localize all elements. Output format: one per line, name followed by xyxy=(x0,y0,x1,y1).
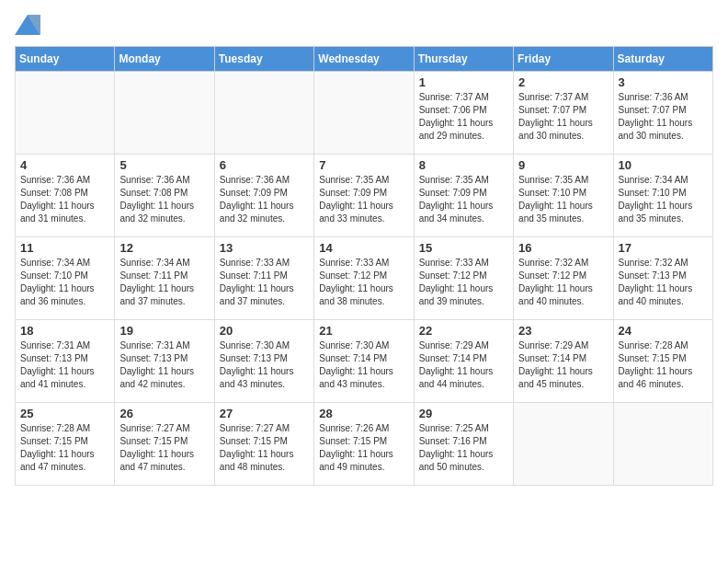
day-number: 28 xyxy=(319,407,408,420)
day-number: 7 xyxy=(319,158,408,172)
calendar-cell: 3Sunrise: 7:36 AM Sunset: 7:07 PM Daylig… xyxy=(613,72,712,155)
calendar-cell: 21Sunrise: 7:30 AM Sunset: 7:14 PM Dayli… xyxy=(314,320,414,403)
calendar-cell: 12Sunrise: 7:34 AM Sunset: 7:11 PM Dayli… xyxy=(115,237,214,320)
day-info: Sunrise: 7:29 AM Sunset: 7:14 PM Dayligh… xyxy=(518,339,608,391)
day-info: Sunrise: 7:34 AM Sunset: 7:10 PM Dayligh… xyxy=(619,174,708,225)
day-number: 24 xyxy=(619,324,708,338)
day-info: Sunrise: 7:36 AM Sunset: 7:09 PM Dayligh… xyxy=(220,174,309,225)
day-info: Sunrise: 7:33 AM Sunset: 7:12 PM Dayligh… xyxy=(319,257,408,308)
day-number: 4 xyxy=(20,158,109,172)
day-number: 29 xyxy=(419,407,508,420)
day-number: 2 xyxy=(518,75,608,89)
day-number: 20 xyxy=(220,324,309,338)
day-info: Sunrise: 7:35 AM Sunset: 7:10 PM Dayligh… xyxy=(518,174,608,225)
calendar-cell: 20Sunrise: 7:30 AM Sunset: 7:13 PM Dayli… xyxy=(214,320,313,403)
weekday-header: Saturday xyxy=(613,47,712,72)
calendar-cell: 8Sunrise: 7:35 AM Sunset: 7:09 PM Daylig… xyxy=(414,155,513,237)
day-number: 17 xyxy=(619,241,708,255)
day-info: Sunrise: 7:29 AM Sunset: 7:14 PM Dayligh… xyxy=(419,339,508,391)
day-number: 26 xyxy=(119,407,209,420)
day-info: Sunrise: 7:34 AM Sunset: 7:11 PM Dayligh… xyxy=(119,257,209,308)
calendar-cell xyxy=(115,72,214,155)
day-info: Sunrise: 7:37 AM Sunset: 7:06 PM Dayligh… xyxy=(419,91,508,143)
calendar-cell: 16Sunrise: 7:32 AM Sunset: 7:12 PM Dayli… xyxy=(514,237,613,320)
day-info: Sunrise: 7:27 AM Sunset: 7:15 PM Dayligh… xyxy=(119,422,209,474)
day-info: Sunrise: 7:25 AM Sunset: 7:16 PM Dayligh… xyxy=(419,422,508,474)
day-number: 14 xyxy=(319,241,408,255)
calendar-cell: 27Sunrise: 7:27 AM Sunset: 7:15 PM Dayli… xyxy=(214,403,313,486)
day-number: 19 xyxy=(119,324,209,338)
calendar-cell: 22Sunrise: 7:29 AM Sunset: 7:14 PM Dayli… xyxy=(414,320,513,403)
calendar-cell: 25Sunrise: 7:28 AM Sunset: 7:15 PM Dayli… xyxy=(16,403,115,486)
calendar-cell: 7Sunrise: 7:35 AM Sunset: 7:09 PM Daylig… xyxy=(314,155,414,237)
weekday-header: Sunday xyxy=(16,47,115,72)
day-info: Sunrise: 7:30 AM Sunset: 7:13 PM Dayligh… xyxy=(220,339,309,391)
calendar-cell: 6Sunrise: 7:36 AM Sunset: 7:09 PM Daylig… xyxy=(214,155,313,237)
day-info: Sunrise: 7:26 AM Sunset: 7:15 PM Dayligh… xyxy=(319,422,408,474)
day-number: 21 xyxy=(319,324,408,338)
calendar-table: SundayMondayTuesdayWednesdayThursdayFrid… xyxy=(15,46,713,486)
day-info: Sunrise: 7:31 AM Sunset: 7:13 PM Dayligh… xyxy=(119,339,209,391)
weekday-header: Thursday xyxy=(414,47,513,72)
day-number: 27 xyxy=(220,407,309,420)
calendar-cell: 13Sunrise: 7:33 AM Sunset: 7:11 PM Dayli… xyxy=(214,237,313,320)
calendar-cell: 18Sunrise: 7:31 AM Sunset: 7:13 PM Dayli… xyxy=(16,320,115,403)
day-number: 22 xyxy=(419,324,508,338)
calendar-cell: 14Sunrise: 7:33 AM Sunset: 7:12 PM Dayli… xyxy=(314,237,414,320)
calendar-cell: 9Sunrise: 7:35 AM Sunset: 7:10 PM Daylig… xyxy=(514,155,613,237)
day-info: Sunrise: 7:28 AM Sunset: 7:15 PM Dayligh… xyxy=(619,339,708,391)
weekday-header: Monday xyxy=(115,47,214,72)
day-info: Sunrise: 7:32 AM Sunset: 7:13 PM Dayligh… xyxy=(619,257,708,308)
day-info: Sunrise: 7:37 AM Sunset: 7:07 PM Dayligh… xyxy=(518,91,608,143)
day-number: 8 xyxy=(419,158,508,172)
day-number: 25 xyxy=(20,407,109,420)
day-number: 18 xyxy=(20,324,109,338)
day-number: 23 xyxy=(518,324,608,338)
calendar-cell: 2Sunrise: 7:37 AM Sunset: 7:07 PM Daylig… xyxy=(514,72,613,155)
logo xyxy=(15,15,44,35)
calendar-cell: 17Sunrise: 7:32 AM Sunset: 7:13 PM Dayli… xyxy=(613,237,712,320)
day-info: Sunrise: 7:35 AM Sunset: 7:09 PM Dayligh… xyxy=(419,174,508,225)
day-number: 1 xyxy=(419,75,508,89)
day-info: Sunrise: 7:33 AM Sunset: 7:12 PM Dayligh… xyxy=(419,257,508,308)
day-number: 13 xyxy=(220,241,309,255)
day-info: Sunrise: 7:36 AM Sunset: 7:08 PM Dayligh… xyxy=(119,174,209,225)
calendar-cell: 4Sunrise: 7:36 AM Sunset: 7:08 PM Daylig… xyxy=(16,155,115,237)
calendar-cell: 11Sunrise: 7:34 AM Sunset: 7:10 PM Dayli… xyxy=(16,237,115,320)
day-number: 5 xyxy=(119,158,209,172)
day-number: 10 xyxy=(619,158,708,172)
calendar-cell xyxy=(613,403,712,486)
day-number: 16 xyxy=(518,241,608,255)
calendar-cell xyxy=(214,72,313,155)
calendar-cell: 1Sunrise: 7:37 AM Sunset: 7:06 PM Daylig… xyxy=(414,72,513,155)
day-number: 6 xyxy=(220,158,309,172)
logo-icon xyxy=(15,15,40,35)
calendar-cell xyxy=(314,72,414,155)
day-info: Sunrise: 7:32 AM Sunset: 7:12 PM Dayligh… xyxy=(518,257,608,308)
calendar-cell: 5Sunrise: 7:36 AM Sunset: 7:08 PM Daylig… xyxy=(115,155,214,237)
day-info: Sunrise: 7:35 AM Sunset: 7:09 PM Dayligh… xyxy=(319,174,408,225)
calendar-cell: 24Sunrise: 7:28 AM Sunset: 7:15 PM Dayli… xyxy=(613,320,712,403)
day-info: Sunrise: 7:36 AM Sunset: 7:08 PM Dayligh… xyxy=(20,174,109,225)
day-info: Sunrise: 7:33 AM Sunset: 7:11 PM Dayligh… xyxy=(220,257,309,308)
day-info: Sunrise: 7:27 AM Sunset: 7:15 PM Dayligh… xyxy=(220,422,309,474)
calendar-cell: 23Sunrise: 7:29 AM Sunset: 7:14 PM Dayli… xyxy=(514,320,613,403)
calendar-cell: 15Sunrise: 7:33 AM Sunset: 7:12 PM Dayli… xyxy=(414,237,513,320)
day-info: Sunrise: 7:31 AM Sunset: 7:13 PM Dayligh… xyxy=(20,339,109,391)
weekday-header: Tuesday xyxy=(214,47,313,72)
day-info: Sunrise: 7:30 AM Sunset: 7:14 PM Dayligh… xyxy=(319,339,408,391)
day-number: 15 xyxy=(419,241,508,255)
calendar-cell xyxy=(16,72,115,155)
calendar-cell: 29Sunrise: 7:25 AM Sunset: 7:16 PM Dayli… xyxy=(414,403,513,486)
calendar-header: SundayMondayTuesdayWednesdayThursdayFrid… xyxy=(16,47,713,72)
calendar-cell: 19Sunrise: 7:31 AM Sunset: 7:13 PM Dayli… xyxy=(115,320,214,403)
day-info: Sunrise: 7:34 AM Sunset: 7:10 PM Dayligh… xyxy=(20,257,109,308)
calendar-cell: 28Sunrise: 7:26 AM Sunset: 7:15 PM Dayli… xyxy=(314,403,414,486)
day-number: 3 xyxy=(619,75,708,89)
day-info: Sunrise: 7:28 AM Sunset: 7:15 PM Dayligh… xyxy=(20,422,109,474)
day-number: 9 xyxy=(518,158,608,172)
weekday-header: Friday xyxy=(514,47,613,72)
day-number: 11 xyxy=(20,241,109,255)
day-info: Sunrise: 7:36 AM Sunset: 7:07 PM Dayligh… xyxy=(619,91,708,143)
weekday-header: Wednesday xyxy=(314,47,414,72)
